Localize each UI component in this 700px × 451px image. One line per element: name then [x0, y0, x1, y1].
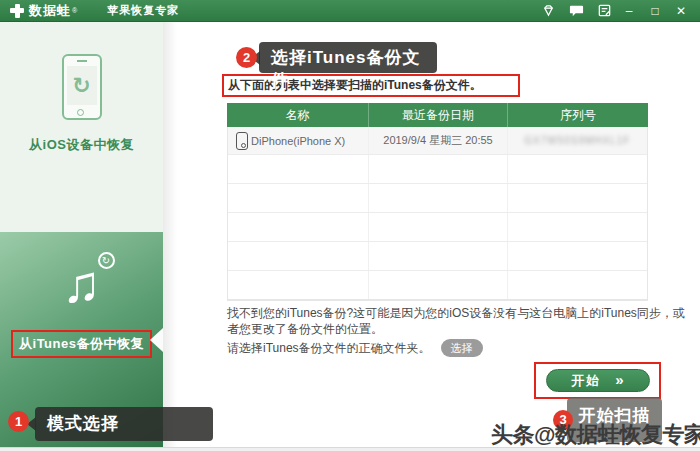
column-header-serial: 序列号 [507, 103, 648, 127]
step2-badge: 2 [236, 47, 257, 68]
sidebar-item-ios-device[interactable]: ↻ 从iOS设备中恢复 [0, 22, 163, 232]
table-header: 名称 最近备份日期 序列号 [227, 103, 648, 127]
start-button-label: 开始 [571, 372, 601, 390]
backup-name: DiPhone(iPhone X) [251, 135, 345, 147]
refresh-glyph: ↻ [67, 66, 97, 105]
step1-badge: 1 [8, 411, 29, 432]
app-subtitle: 苹果恢复专家 [107, 3, 179, 18]
refresh-badge-icon: ↻ [98, 252, 115, 269]
instruction-text: 从下面的列表中选择要扫描的iTunes备份文件。 [228, 77, 482, 94]
watermark-text: 头条@数据蛙恢复专家 [491, 420, 700, 450]
app-name: 数据蛙 [29, 2, 71, 20]
start-scan-button[interactable]: 开始 » [546, 369, 650, 392]
app-logo-cross-icon [10, 4, 24, 18]
step1-tooltip: 模式选择 [35, 407, 213, 441]
close-button[interactable]: ✕ [672, 0, 690, 22]
maximize-button[interactable]: □ [646, 0, 664, 22]
table-row[interactable]: DiPhone(iPhone X)2019/9/4 星期三 20:55GX7W5… [228, 127, 647, 155]
column-header-name: 名称 [227, 103, 368, 127]
backup-table: 名称 最近备份日期 序列号 DiPhone(iPhone X)2019/9/4 … [227, 103, 648, 301]
table-row-empty [228, 242, 647, 271]
music-note-refresh-icon: ♫ ↻ [47, 254, 117, 316]
feedback-form-icon[interactable] [596, 3, 612, 19]
table-body: DiPhone(iPhone X)2019/9/4 星期三 20:55GX7W5… [227, 127, 648, 301]
device-icon [236, 132, 248, 150]
sidebar-ios-label: 从iOS设备中恢复 [0, 136, 163, 154]
backup-not-found-note: 找不到您的iTunes备份?这可能是因为您的iOS设备没有与这台电脑上的iTun… [227, 305, 693, 337]
main-content: 从下面的列表中选择要扫描的iTunes备份文件。 名称 最近备份日期 序列号 D… [163, 22, 700, 451]
start-highlight-box: 开始 » [534, 362, 661, 399]
backup-serial-masked: GX7W50S9MHXL1F [524, 135, 630, 146]
column-header-date: 最近备份日期 [368, 103, 507, 127]
minimize-button[interactable]: – [620, 0, 638, 22]
double-chevron-icon: » [615, 371, 623, 388]
choose-folder-button[interactable]: 选择 [441, 339, 483, 357]
table-row-empty [228, 155, 647, 184]
phone-refresh-icon: ↻ [62, 54, 102, 120]
gem-upgrade-icon[interactable] [540, 3, 556, 19]
table-row-empty [228, 184, 647, 213]
selected-item-notch [150, 328, 163, 352]
choose-folder-label: 请选择iTunes备份文件的正确文件夹。 [227, 340, 431, 357]
instruction-highlight-box: 从下面的列表中选择要扫描的iTunes备份文件。 [222, 74, 520, 97]
table-row-empty [228, 271, 647, 300]
titlebar: 数据蛙 ® 苹果恢复专家 – □ ✕ [0, 0, 700, 22]
registered-mark: ® [72, 7, 77, 14]
backup-date: 2019/9/4 星期三 20:55 [383, 133, 492, 148]
table-row-empty [228, 213, 647, 242]
sidebar-itunes-label-highlighted: 从iTunes备份中恢复 [11, 330, 152, 358]
step2-tooltip: 选择iTunes备份文件 [259, 42, 437, 73]
chat-support-icon[interactable] [568, 3, 584, 19]
app-window: 数据蛙 ® 苹果恢复专家 – □ ✕ ↻ 从i [0, 0, 700, 451]
